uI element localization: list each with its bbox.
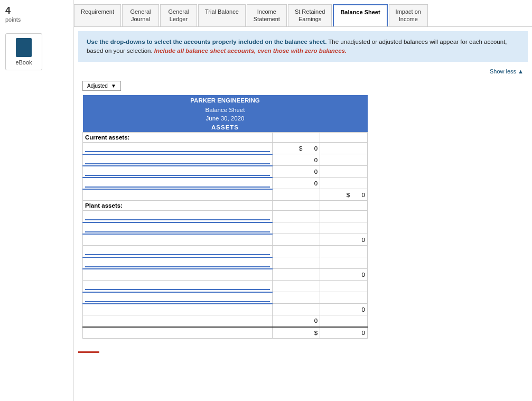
balance-sheet-table: PARKER ENGINEERING Balance Sheet June 30… — [82, 95, 368, 339]
tab-balance-sheet[interactable]: Balance Sheet — [333, 4, 387, 26]
current-assets-amount-header — [273, 133, 320, 143]
balance-sheet-container: PARKER ENGINEERING Balance Sheet June 30… — [74, 95, 532, 347]
date-row: June 30, 2020 — [83, 114, 368, 123]
info-banner: Use the drop-downs to select the account… — [78, 31, 528, 62]
table-row: 0 — [83, 315, 368, 327]
assets-header: ASSETS — [83, 123, 368, 133]
ca-dollar-3: 0 — [273, 166, 320, 178]
red-line-decoration — [78, 351, 99, 353]
plant-assets-label: Plant assets: — [83, 201, 273, 211]
ca-dollar-4: 0 — [273, 178, 320, 189]
table-row: 0 — [83, 166, 368, 178]
pa-input-5[interactable] — [85, 282, 270, 290]
table-row: $ 0 — [83, 189, 368, 201]
table-row — [83, 281, 368, 292]
adjusted-label: Adjusted — [87, 83, 108, 89]
table-row: $ 0 — [83, 143, 368, 154]
ca-total-1 — [320, 143, 368, 154]
sheet-title: Balance Sheet — [83, 106, 368, 114]
table-row: 0 — [83, 178, 368, 189]
current-assets-total-header — [320, 133, 368, 143]
adjusted-area: Adjusted ▼ — [74, 77, 532, 95]
ebook-button[interactable]: eBook — [5, 33, 42, 70]
show-less-button[interactable]: Show less ▲ — [74, 66, 532, 77]
pa-label-1[interactable] — [83, 211, 273, 222]
pa-label-2[interactable] — [83, 222, 273, 234]
table-row — [83, 257, 368, 269]
ca-label-5 — [83, 189, 273, 201]
current-assets-label: Current assets: — [83, 133, 273, 143]
pa-input-6[interactable] — [85, 294, 270, 302]
ca-total-4 — [320, 178, 368, 189]
ca-input-3[interactable] — [85, 167, 270, 176]
ebook-label: eBook — [15, 59, 32, 66]
table-row: 0 — [83, 304, 368, 315]
tab-impact-on-income[interactable]: Impact onIncome — [389, 4, 428, 26]
pa-label-4[interactable] — [83, 257, 273, 269]
table-row — [83, 246, 368, 257]
pa-input-2[interactable] — [85, 224, 270, 232]
table-row: 0 — [83, 154, 368, 166]
tab-navigation: Requirement GeneralJournal GeneralLedger… — [74, 0, 532, 27]
ca-input-2[interactable] — [85, 156, 270, 164]
ca-total-3 — [320, 166, 368, 178]
tab-general-ledger[interactable]: GeneralLedger — [160, 4, 197, 26]
company-row: PARKER ENGINEERING — [83, 95, 368, 106]
table-row — [83, 292, 368, 304]
table-row — [83, 211, 368, 222]
ca-label-2[interactable] — [83, 154, 273, 166]
ca-input-1[interactable] — [85, 144, 270, 152]
sidebar: 4 points eBook — [0, 0, 74, 401]
tab-trial-balance[interactable]: Trial Balance — [198, 4, 246, 26]
pa-input-1[interactable] — [85, 212, 270, 220]
ca-input-4[interactable] — [85, 179, 270, 188]
tab-requirement[interactable]: Requirement — [74, 4, 121, 26]
pa-input-4[interactable] — [85, 259, 270, 267]
tab-general-journal[interactable]: GeneralJournal — [122, 4, 159, 26]
points-label: points — [5, 16, 21, 23]
info-bold: Use the drop-downs to select the account… — [87, 39, 326, 45]
ca-dollar-2: 0 — [273, 154, 320, 166]
ca-dollar-5 — [273, 189, 320, 201]
ca-label-4[interactable] — [83, 178, 273, 189]
main-content: Requirement GeneralJournal GeneralLedger… — [74, 0, 532, 401]
ca-total-2 — [320, 154, 368, 166]
table-row: 0 — [83, 234, 368, 246]
table-row: 0 — [83, 269, 368, 281]
ca-dollar-1: $ 0 — [273, 143, 320, 154]
current-assets-row: Current assets: — [83, 133, 368, 143]
assets-header-row: ASSETS — [83, 123, 368, 133]
company-name: PARKER ENGINEERING — [83, 95, 368, 106]
plant-assets-row: Plant assets: — [83, 201, 368, 211]
table-row — [83, 222, 368, 234]
pa-label-6[interactable] — [83, 292, 273, 304]
adjusted-dropdown[interactable]: Adjusted ▼ — [82, 81, 121, 91]
ca-label-3[interactable] — [83, 166, 273, 178]
ca-label-1[interactable] — [83, 143, 273, 154]
grand-total-row: $ 0 — [83, 327, 368, 339]
tab-retained-earnings[interactable]: St RetainedEarnings — [288, 4, 332, 26]
info-italic: Include all balance sheet accounts, even… — [154, 48, 347, 54]
ebook-icon — [16, 38, 32, 57]
ca-total-5: $ 0 — [320, 189, 368, 201]
pa-input-3[interactable] — [85, 247, 270, 255]
pa-label-3[interactable] — [83, 246, 273, 257]
title-row: Balance Sheet — [83, 106, 368, 114]
chevron-down-icon: ▼ — [111, 83, 116, 89]
tab-income-statement[interactable]: IncomeStatement — [247, 4, 287, 26]
pa-label-5[interactable] — [83, 281, 273, 292]
points-number: 4 — [5, 5, 11, 16]
points-badge: 4 points — [5, 5, 68, 23]
sheet-date: June 30, 2020 — [83, 114, 368, 123]
